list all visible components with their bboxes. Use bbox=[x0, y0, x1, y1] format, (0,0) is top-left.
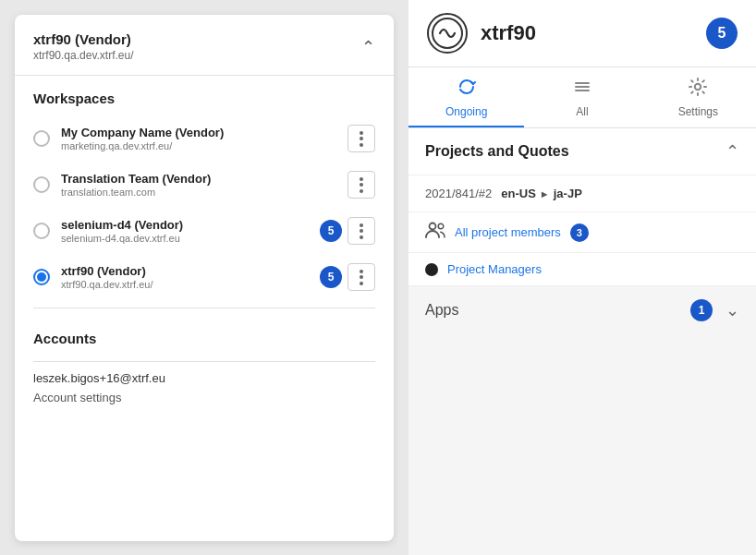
workspace-info-3: selenium-d4 (Vendor) selenium-d4.qa.dev.… bbox=[61, 218, 320, 244]
workspace-name-3: selenium-d4 (Vendor) bbox=[61, 218, 320, 232]
apps-expand-icon[interactable]: ⌄ bbox=[726, 300, 739, 320]
tabs-bar: Ongoing All Settings bbox=[408, 67, 756, 128]
projects-quotes-title: Projects and Quotes bbox=[425, 143, 569, 160]
left-header-text: xtrf90 (Vendor) xtrf90.qa.dev.xtrf.eu/ bbox=[33, 31, 134, 62]
gear-icon bbox=[688, 77, 708, 102]
apps-right: 1 ⌄ bbox=[690, 299, 739, 321]
apps-count-badge: 1 bbox=[690, 299, 713, 321]
workspace-radio-4[interactable] bbox=[33, 269, 50, 285]
workspace-url-2: translation.team.com bbox=[61, 187, 348, 198]
project-id: 2021/841/#2 bbox=[425, 187, 492, 200]
workspace-name-2: Translation Team (Vendor) bbox=[61, 172, 348, 186]
workspaces-section-title: Workspaces bbox=[15, 76, 394, 115]
projects-quotes-section: Projects and Quotes ⌃ 2021/841/#2 en-US … bbox=[408, 128, 756, 286]
right-panel-badge: 5 bbox=[706, 18, 738, 49]
workspace-badge-4: 5 bbox=[320, 266, 342, 288]
workspace-menu-4[interactable] bbox=[348, 263, 375, 291]
project-lang: en-US ► ja-JP bbox=[501, 187, 582, 200]
workspace-info-2: Translation Team (Vendor) translation.te… bbox=[61, 172, 348, 198]
apps-title: Apps bbox=[425, 302, 458, 319]
project-managers-link[interactable]: Project Managers bbox=[447, 262, 542, 276]
account-settings-link[interactable]: Account settings bbox=[33, 391, 375, 404]
workspace-url-3: selenium-d4.qa.dev.xtrf.eu bbox=[61, 233, 320, 244]
people-icon bbox=[425, 222, 445, 243]
left-panel: xtrf90 (Vendor) xtrf90.qa.dev.xtrf.eu/ ⌃… bbox=[15, 15, 394, 541]
account-email: leszek.bigos+16@xtrf.eu bbox=[33, 371, 375, 385]
workspace-info-4: xtrf90 (Vendor) xtrf90.qa.dev.xtrf.eu/ bbox=[61, 264, 320, 290]
workspace-badge-3: 5 bbox=[320, 220, 342, 242]
tab-all[interactable]: All bbox=[524, 67, 640, 127]
workspace-name-4: xtrf90 (Vendor) bbox=[61, 264, 320, 278]
tab-all-label: All bbox=[576, 105, 588, 118]
project-managers-row: Project Managers bbox=[408, 253, 756, 286]
workspace-radio-3[interactable] bbox=[33, 223, 50, 239]
collapse-left-panel-button[interactable]: ⌃ bbox=[361, 37, 375, 57]
pm-dot-icon bbox=[425, 263, 438, 276]
workspace-list: My Company Name (Vendor) marketing.qa.de… bbox=[15, 115, 394, 300]
svg-point-4 bbox=[695, 84, 701, 90]
workspace-radio-2[interactable] bbox=[33, 176, 50, 193]
apps-header[interactable]: Apps 1 ⌄ bbox=[408, 286, 756, 334]
members-count-badge: 3 bbox=[570, 223, 589, 242]
workspace-menu-1[interactable] bbox=[348, 125, 375, 152]
lang-to: ja-JP bbox=[554, 187, 582, 200]
right-panel: xtrf90 5 Ongoing All bbox=[408, 0, 756, 555]
left-header-subtitle: xtrf90.qa.dev.xtrf.eu/ bbox=[33, 49, 134, 62]
workspace-menu-3[interactable] bbox=[348, 217, 375, 245]
svg-point-5 bbox=[430, 223, 436, 230]
project-row: 2021/841/#2 en-US ► ja-JP bbox=[408, 175, 756, 212]
tab-ongoing[interactable]: Ongoing bbox=[408, 67, 524, 127]
tab-settings-label: Settings bbox=[678, 105, 718, 118]
projects-quotes-header: Projects and Quotes ⌃ bbox=[408, 128, 756, 175]
workspace-name-1: My Company Name (Vendor) bbox=[61, 126, 348, 139]
workspace-url-1: marketing.qa.dev.xtrf.eu/ bbox=[61, 140, 348, 151]
right-panel-username: xtrf90 bbox=[481, 21, 706, 45]
workspace-radio-1[interactable] bbox=[33, 130, 50, 147]
workspace-info-1: My Company Name (Vendor) marketing.qa.de… bbox=[61, 126, 348, 151]
divider bbox=[33, 308, 375, 308]
refresh-icon bbox=[457, 77, 477, 102]
lang-from: en-US bbox=[501, 187, 536, 200]
list-icon bbox=[572, 77, 592, 102]
all-project-members-link[interactable]: All project members bbox=[455, 225, 561, 239]
accounts-divider bbox=[33, 361, 375, 362]
members-row: All project members 3 bbox=[408, 212, 756, 253]
accounts-section: Accounts leszek.bigos+16@xtrf.eu Account… bbox=[15, 316, 394, 404]
tab-ongoing-label: Ongoing bbox=[445, 105, 487, 118]
projects-quotes-collapse-button[interactable]: ⌃ bbox=[726, 141, 739, 162]
avatar-icon bbox=[427, 13, 468, 54]
lang-arrow: ► bbox=[540, 188, 550, 199]
left-panel-header: xtrf90 (Vendor) xtrf90.qa.dev.xtrf.eu/ ⌃ bbox=[15, 15, 394, 76]
workspace-item[interactable]: My Company Name (Vendor) marketing.qa.de… bbox=[24, 115, 384, 162]
workspace-item[interactable]: selenium-d4 (Vendor) selenium-d4.qa.dev.… bbox=[24, 208, 384, 254]
svg-point-6 bbox=[438, 223, 444, 229]
tab-settings[interactable]: Settings bbox=[640, 67, 756, 127]
accounts-section-title: Accounts bbox=[33, 331, 375, 354]
workspace-url-4: xtrf90.qa.dev.xtrf.eu/ bbox=[61, 279, 320, 290]
right-panel-header: xtrf90 5 bbox=[408, 0, 756, 67]
left-header-title: xtrf90 (Vendor) bbox=[33, 31, 134, 47]
workspace-item[interactable]: Translation Team (Vendor) translation.te… bbox=[24, 162, 384, 208]
apps-section: Apps 1 ⌄ bbox=[408, 286, 756, 334]
workspace-menu-2[interactable] bbox=[348, 171, 375, 199]
workspace-item-active[interactable]: xtrf90 (Vendor) xtrf90.qa.dev.xtrf.eu/ 5 bbox=[24, 254, 384, 300]
